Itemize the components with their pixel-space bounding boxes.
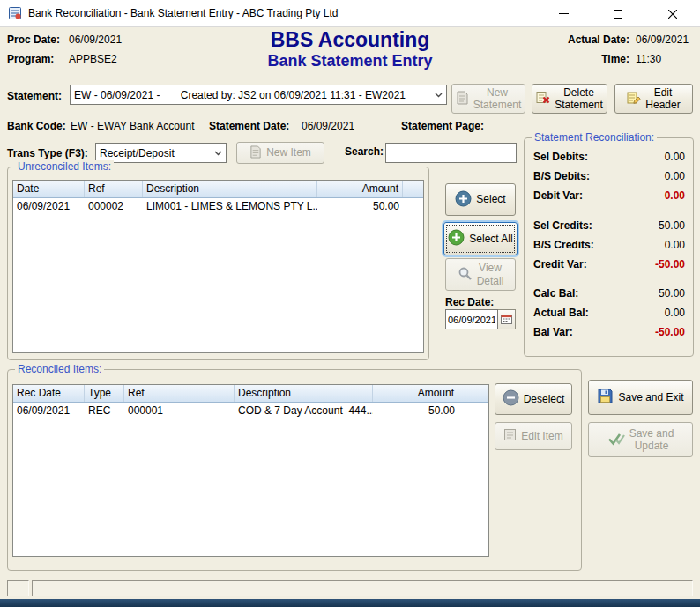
new-statement-label: New Statement [473, 86, 522, 112]
recon-label: Sel Debits: [533, 151, 588, 163]
cell-description: LIM001 - LIMES & LEMONS PTY L... [143, 198, 317, 216]
table-row[interactable]: 06/09/2021 REC 000001 COD & 7 Day Accoun… [13, 403, 488, 420]
new-item-icon [249, 145, 262, 161]
recon-label: B/S Credits: [533, 239, 594, 251]
recon-value: 0.00 [665, 151, 685, 163]
recon-label: Actual Bal: [533, 307, 589, 319]
column-header-amount[interactable]: Amount [373, 385, 458, 402]
taskbar [0, 599, 700, 607]
recon-label: B/S Debits: [533, 170, 590, 182]
select-button[interactable]: Select [445, 183, 516, 216]
deselect-label: Deselect [524, 393, 565, 405]
time-value: 11:30 [636, 53, 661, 65]
recon-value: 0.00 [665, 189, 685, 202]
select-all-button[interactable]: Select All [443, 222, 518, 255]
recon-row-debit-var: Debit Var: 0.00 [533, 189, 685, 202]
proc-date-value: 06/09/2021 [69, 33, 122, 46]
select-icon [455, 190, 472, 210]
recon-label: Sel Credits: [533, 219, 592, 232]
trans-type-value: Receipt/Deposit [96, 147, 211, 159]
view-detail-label: View Detail [477, 262, 504, 287]
trans-type-label: Trans Type (F3): [7, 147, 88, 159]
rec-date-input[interactable] [445, 309, 498, 329]
recon-label: Calc Bal: [533, 287, 578, 300]
recon-row-calc-bal: Calc Bal: 50.00 [533, 287, 685, 300]
recon-value: 50.00 [659, 287, 685, 300]
cell-filler [458, 403, 488, 420]
rec-date-label: Rec Date: [445, 296, 494, 308]
edit-item-icon [503, 428, 517, 444]
column-header-filler [403, 181, 423, 197]
recon-value: -50.00 [655, 326, 685, 338]
recon-row-sel-credits: Sel Credits: 50.00 [533, 219, 685, 232]
window-controls [536, 0, 700, 27]
edit-header-icon [627, 91, 641, 107]
reconciled-items-title: Reconciled Items: [15, 363, 104, 375]
column-header-description[interactable]: Description [235, 385, 373, 402]
recon-value: 50.00 [659, 219, 685, 232]
column-header-ref[interactable]: Ref [124, 385, 235, 402]
rec-date-field [445, 309, 516, 329]
minimize-button[interactable] [536, 0, 591, 27]
actual-date-value: 06/09/2021 [636, 33, 689, 46]
recon-value: 0.00 [665, 307, 685, 319]
delete-statement-button[interactable]: Delete Statement [532, 84, 607, 114]
save-and-exit-button[interactable]: Save and Exit [588, 380, 693, 415]
close-button[interactable] [645, 0, 700, 27]
status-bar-grip [7, 580, 29, 596]
recon-row-bal-var: Bal Var: -50.00 [533, 326, 685, 338]
column-header-description[interactable]: Description [143, 181, 317, 197]
trans-type-combo[interactable]: Receipt/Deposit [95, 143, 227, 163]
calendar-button[interactable] [498, 309, 516, 329]
save-and-update-button[interactable]: Save and Update [588, 422, 693, 457]
chevron-down-icon[interactable] [431, 85, 446, 104]
delete-statement-label: Delete Statement [555, 86, 603, 112]
actual-date-label: Actual Date: [527, 33, 629, 46]
double-check-icon [607, 432, 625, 448]
page-title: Bank Statement Entry [220, 52, 480, 70]
statement-page-label: Statement Page: [401, 120, 484, 132]
edit-item-button[interactable]: Edit Item [495, 422, 572, 450]
table-row[interactable]: 06/09/2021 000002 LIM001 - LIMES & LEMON… [13, 198, 423, 216]
column-header-date[interactable]: Date [13, 181, 85, 197]
cell-description: COD & 7 Day Account 444... [235, 403, 373, 420]
edit-header-button[interactable]: Edit Header [614, 84, 693, 114]
cell-amount: 50.00 [317, 198, 403, 216]
calendar-icon [501, 312, 512, 328]
bank-code-label: Bank Code: [7, 120, 66, 132]
statement-combo[interactable]: EW - 06/09/2021 - Created by: JS2 on 06/… [70, 85, 447, 105]
time-label: Time: [527, 53, 629, 65]
statement-reconciliation-group: Statement Reconciliation: Sel Debits: 0.… [524, 137, 694, 357]
select-all-label: Select All [469, 233, 512, 245]
app-icon [8, 6, 22, 20]
statement-date-label: Statement Date: [209, 120, 289, 132]
edit-header-label: Edit Header [645, 86, 680, 112]
recon-row-actual-bal: Actual Bal: 0.00 [533, 307, 685, 319]
column-header-rec-date[interactable]: Rec Date [13, 385, 85, 402]
column-header-type[interactable]: Type [85, 385, 124, 402]
app-window: Bank Reconciliation - Bank Statement Ent… [0, 0, 700, 607]
new-item-button[interactable]: New Item [236, 142, 324, 164]
deselect-button[interactable]: Deselect [495, 383, 572, 415]
search-label: Search: [345, 145, 384, 158]
statement-reconciliation-title: Statement Reconciliation: [532, 131, 657, 144]
save-icon [597, 388, 614, 407]
unreconciled-table-header: Date Ref Description Amount [13, 181, 423, 198]
select-label: Select [476, 193, 505, 205]
new-statement-button[interactable]: New Statement [451, 84, 525, 114]
program-label: Program: [7, 53, 54, 65]
maximize-button[interactable] [591, 0, 645, 27]
edit-item-label: Edit Item [521, 430, 562, 442]
column-header-ref[interactable]: Ref [85, 181, 143, 197]
proc-date-label: Proc Date: [7, 33, 60, 46]
cell-filler [403, 198, 423, 216]
view-detail-button[interactable]: View Detail [445, 258, 516, 291]
column-header-amount[interactable]: Amount [317, 181, 403, 197]
cell-type: REC [85, 403, 124, 420]
chevron-down-icon[interactable] [211, 144, 226, 162]
search-input[interactable] [385, 143, 517, 163]
statement-combo-value: EW - 06/09/2021 - Created by: JS2 on 06/… [71, 89, 431, 101]
reconciled-table-header: Rec Date Type Ref Description Amount [13, 385, 488, 403]
unreconciled-table: Date Ref Description Amount 06/09/2021 0… [12, 180, 424, 353]
cell-date: 06/09/2021 [13, 198, 85, 216]
